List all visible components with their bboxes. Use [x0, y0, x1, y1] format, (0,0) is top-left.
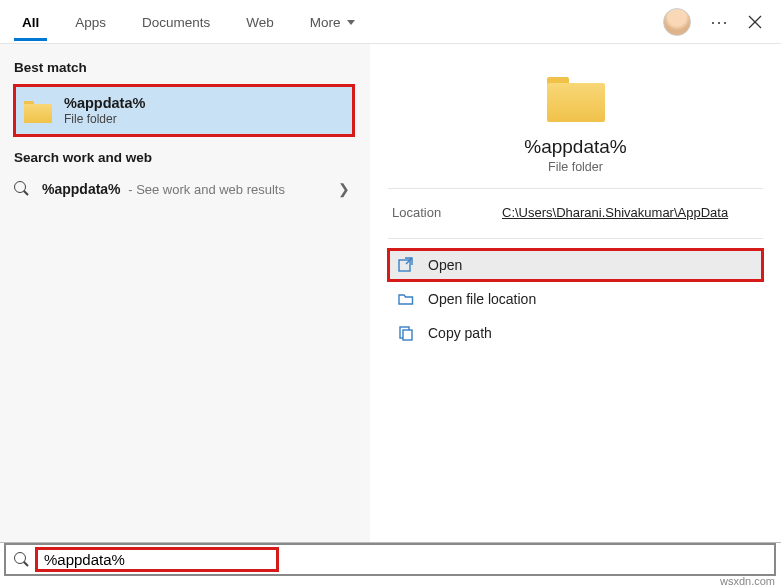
- action-open-location[interactable]: Open file location: [388, 283, 763, 315]
- action-open-label: Open: [428, 257, 462, 273]
- search-bar: [4, 543, 776, 576]
- tab-more[interactable]: More: [292, 3, 373, 40]
- tab-all[interactable]: All: [4, 3, 57, 40]
- action-copy-path-label: Copy path: [428, 325, 492, 341]
- tabs-bar: All Apps Documents Web More ⋯: [0, 0, 781, 44]
- web-result-item[interactable]: %appdata% - See work and web results ❯: [0, 171, 370, 207]
- chevron-down-icon: [347, 20, 355, 25]
- preview-title: %appdata%: [524, 136, 626, 158]
- preview-panel: %appdata% File folder Location C:\Users\…: [370, 44, 781, 542]
- search-icon: [14, 552, 30, 568]
- open-icon: [398, 257, 414, 273]
- tab-web[interactable]: Web: [228, 3, 292, 40]
- best-match-type: File folder: [64, 112, 145, 126]
- avatar[interactable]: [663, 8, 691, 36]
- copy-icon: [398, 325, 414, 341]
- more-options-button[interactable]: ⋯: [701, 4, 737, 40]
- work-web-label: Search work and web: [0, 142, 370, 171]
- action-copy-path[interactable]: Copy path: [388, 317, 763, 349]
- svg-rect-4: [403, 330, 412, 340]
- action-open-location-label: Open file location: [428, 291, 536, 307]
- web-result-hint: - See work and web results: [125, 182, 285, 197]
- close-button[interactable]: [737, 4, 773, 40]
- results-panel: Best match %appdata% File folder Search …: [0, 44, 370, 542]
- best-match-title: %appdata%: [64, 95, 145, 111]
- best-match-item[interactable]: %appdata% File folder: [14, 85, 354, 136]
- best-match-label: Best match: [0, 52, 370, 81]
- search-input[interactable]: [38, 547, 774, 572]
- search-window: All Apps Documents Web More ⋯ Best match…: [0, 0, 781, 543]
- search-icon: [14, 181, 30, 197]
- tab-apps[interactable]: Apps: [57, 3, 124, 40]
- action-open[interactable]: Open: [388, 249, 763, 281]
- close-icon: [748, 15, 762, 29]
- chevron-right-icon: ❯: [338, 181, 350, 197]
- folder-icon-large: [547, 74, 605, 122]
- preview-type: File folder: [548, 160, 603, 174]
- location-label: Location: [392, 205, 502, 220]
- tab-documents[interactable]: Documents: [124, 3, 228, 40]
- folder-open-icon: [398, 291, 414, 307]
- folder-icon: [24, 99, 52, 123]
- web-result-query: %appdata%: [42, 181, 121, 197]
- location-value[interactable]: C:\Users\Dharani.Shivakumar\AppData: [502, 205, 728, 220]
- watermark: wsxdn.com: [720, 575, 775, 587]
